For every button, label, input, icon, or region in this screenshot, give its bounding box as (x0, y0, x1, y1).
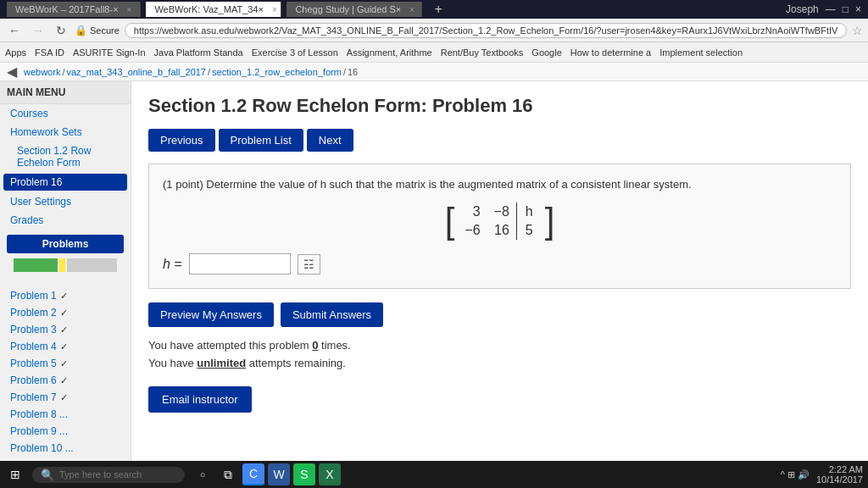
breadcrumb-current: 16 (348, 67, 358, 77)
browser-tab-2[interactable]: WeBWorK: Vaz_MAT_34× × (146, 2, 281, 17)
breadcrumb-course[interactable]: vaz_mat_343_online_b_fall_2017 (66, 67, 206, 77)
close-button[interactable]: × (855, 3, 861, 15)
tab-close-3[interactable]: × (409, 5, 415, 14)
next-button[interactable]: Next (307, 129, 353, 152)
sidebar-item-grades[interactable]: Grades (0, 211, 131, 230)
taskbar-app-spotify[interactable]: S (293, 463, 315, 485)
bookmark-fsaid[interactable]: FSA ID (35, 47, 64, 58)
preview-button[interactable]: Preview My Answers (148, 302, 274, 327)
action-buttons: Preview My Answers Submit Answers (148, 302, 851, 327)
matrix-r1c1: 3 (458, 202, 487, 221)
tab-close-1[interactable]: × (127, 5, 132, 14)
back-button[interactable]: ← (5, 22, 24, 39)
bookmarks-bar: Apps FSA ID ASURITE Sign-In Java Platfor… (0, 42, 868, 63)
sidebar-item-courses[interactable]: Courses (0, 104, 131, 123)
input-row: h = ⁢☷ (163, 253, 837, 274)
progress-gray (67, 258, 117, 272)
taskbar-app-task-view[interactable]: ⧉ (217, 463, 239, 485)
reload-button[interactable]: ↻ (53, 22, 70, 39)
taskbar-app-cortana[interactable]: ○ (192, 463, 214, 485)
page-title: Section 1.2 Row Echelon Form: Problem 16 (148, 95, 851, 117)
taskbar-search-box[interactable]: 🔍 (32, 467, 185, 483)
previous-button[interactable]: Previous (148, 129, 215, 152)
matrix-r2c1: −6 (458, 221, 487, 240)
sidebar-problem-9[interactable]: Problem 9 ... (0, 423, 131, 440)
bookmark-java[interactable]: Java Platform Standa (154, 47, 243, 58)
sidebar-problem-2[interactable]: Problem 2 ✓ (0, 304, 131, 321)
bookmark-apps[interactable]: Apps (5, 47, 26, 58)
main-content: Section 1.2 Row Echelon Form: Problem 16… (131, 81, 868, 461)
answer-input[interactable] (189, 253, 291, 274)
taskbar-app-excel[interactable]: X (319, 463, 341, 485)
sidebar-item-homework[interactable]: Homework Sets (0, 123, 131, 141)
taskbar-right: ^ ⊞ 🔊 2:22 AM 10/14/2017 (781, 464, 863, 485)
email-instructor-button[interactable]: Email instructor (148, 386, 252, 413)
attempt-info: You have attempted this problem 0 times.… (148, 337, 851, 373)
title-bar: WeBWorK – 2017Fall8-× × WeBWorK: Vaz_MAT… (0, 0, 868, 19)
matrix-table: 3 −8 h −6 16 5 (458, 202, 541, 240)
sidebar-problem-8[interactable]: Problem 8 ... (0, 406, 131, 423)
taskbar-date-display: 10/14/2017 (816, 474, 863, 485)
maximize-button[interactable]: □ (843, 3, 849, 15)
bookmark-assignment[interactable]: Assignment, Arithme (347, 47, 432, 58)
problem-points: 1 (166, 178, 172, 191)
sidebar-problem-10[interactable]: Problem 10 ... (0, 440, 131, 457)
browser-tab-1[interactable]: WeBWorK – 2017Fall8-× × (7, 2, 141, 17)
bookmark-rent[interactable]: Rent/Buy Textbooks (441, 47, 524, 58)
problems-section: Problems (0, 230, 131, 287)
bracket-right: ] (545, 203, 555, 239)
tab-label-2: WeBWorK: Vaz_MAT_34× (154, 4, 264, 14)
matrix-container: [ 3 −8 h −6 16 5 ] (163, 202, 837, 240)
submit-button[interactable]: Submit Answers (281, 302, 383, 327)
bracket-left: [ (445, 203, 455, 239)
sidebar-problem-7[interactable]: Problem 7 ✓ (0, 389, 131, 406)
progress-yellow (59, 258, 65, 272)
taskbar-app-chrome[interactable]: C (242, 463, 264, 485)
secure-text: Secure (90, 25, 120, 36)
bookmark-howto[interactable]: How to determine a (570, 47, 651, 58)
grid-button[interactable]: ⁢☷ (298, 254, 320, 274)
window-controls: Joseph — □ × (786, 3, 861, 15)
new-tab-button[interactable]: + (427, 2, 448, 17)
taskbar-time-display: 2:22 AM (816, 464, 863, 474)
progress-green (14, 258, 58, 272)
sidebar-item-problem16[interactable]: Problem 16 (3, 174, 127, 191)
bookmark-google[interactable]: Google (531, 47, 561, 58)
url-bar[interactable] (125, 23, 847, 38)
sidebar-item-section[interactable]: Section 1.2 Row Echelon Form (0, 141, 131, 172)
sidebar-problem-3[interactable]: Problem 3 ✓ (0, 321, 131, 338)
taskbar-apps: ○ ⧉ C W S X (192, 463, 341, 485)
taskbar-app-word[interactable]: W (268, 463, 290, 485)
problem-text: (1 point) Determine the value of h such … (163, 178, 837, 191)
forward-button[interactable]: → (29, 22, 47, 39)
browser-tab-3[interactable]: Chegg Study | Guided S× × (287, 2, 422, 17)
breadcrumb-back[interactable]: ◀ (7, 64, 17, 80)
start-button[interactable]: ⊞ (5, 466, 25, 483)
bookmark-asurite[interactable]: ASURITE Sign-In (73, 47, 146, 58)
problem-points-suffix: point) (173, 178, 207, 191)
sidebar-problem-6[interactable]: Problem 6 ✓ (0, 372, 131, 389)
tab-label-1: WeBWorK – 2017Fall8-× (15, 4, 119, 14)
problem-instruction: Determine the value of h such that the m… (206, 178, 691, 191)
sidebar-item-usersettings[interactable]: User Settings (0, 192, 131, 211)
matrix-r2c3: 5 (516, 221, 541, 240)
sidebar-problem-1[interactable]: Problem 1 ✓ (0, 287, 131, 304)
attempt-line1: You have attempted this problem 0 times. (148, 337, 851, 355)
tab-close-2[interactable]: × (272, 5, 277, 14)
taskbar-search-input[interactable] (59, 469, 176, 480)
sidebar-problems-list: Problem 1 ✓ Problem 2 ✓ Problem 3 ✓ Prob… (0, 287, 131, 461)
nav-buttons: Previous Problem List Next (148, 129, 851, 152)
sidebar-problem-5[interactable]: Problem 5 ✓ (0, 355, 131, 372)
minimize-button[interactable]: — (826, 3, 836, 15)
bookmark-star[interactable]: ☆ (852, 24, 863, 37)
matrix-r2c2: 16 (487, 221, 517, 240)
user-label: Joseph (786, 3, 819, 15)
matrix-r1c2: −8 (487, 202, 517, 221)
bookmark-exercise[interactable]: Exercise 3 of Lesson (252, 47, 338, 58)
breadcrumb-section[interactable]: section_1.2_row_echelon_form (212, 67, 342, 77)
bookmark-implement[interactable]: Implement selection (659, 47, 743, 58)
taskbar-datetime: 2:22 AM 10/14/2017 (816, 464, 863, 485)
sidebar-problem-4[interactable]: Problem 4 ✓ (0, 338, 131, 355)
problem-list-button[interactable]: Problem List (219, 129, 303, 152)
breadcrumb-webwork[interactable]: webwork (24, 67, 60, 77)
